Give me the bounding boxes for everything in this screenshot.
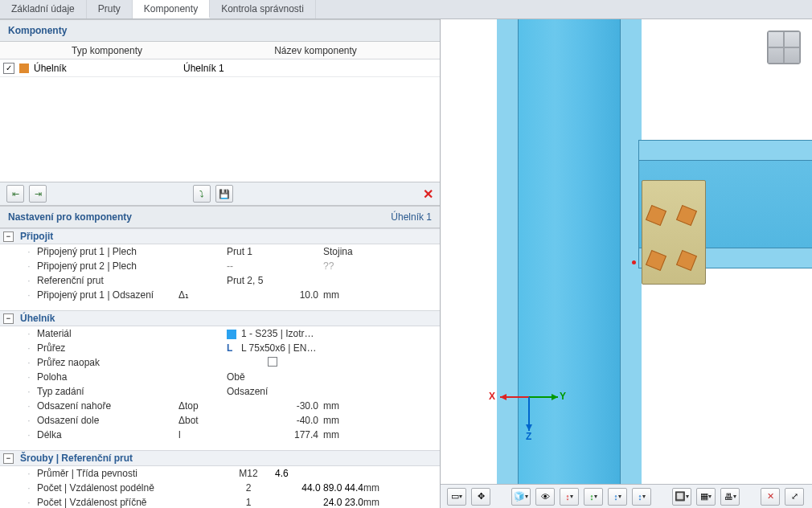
prop-row[interactable]: ·Typ zadáníOdsazení [0,384,440,399]
y-axis-button[interactable]: ↕ [584,488,603,506]
section-icon: L [227,342,236,354]
select-mode-button[interactable]: ▭ [447,488,466,506]
properties-panel: −Připojit ·Připojený prut 1 | PlechPrut … [0,228,440,508]
prop-row[interactable]: ·Odsazení nahořeΔtop-30.0mm [0,399,440,413]
group-angle[interactable]: −Úhelník [0,310,440,326]
viewport-toolbar: ▭ ✥ 🧊 👁 ↕ ↕ ↕ ↕ 🔲 ▦ 🖶 ✕ ⤢ [441,484,812,508]
origin-marker [632,260,636,264]
tabs: Základní údaje Pruty Komponenty Kontrola… [0,0,812,19]
neg-z-button[interactable]: ↕ [632,488,651,506]
settings-title: Nastavení pro komponenty Úhelník 1 [0,206,440,228]
components-toolbar: ⇤ ⇥ ⤵ 💾 ✕ [0,182,440,206]
components-list-blank [0,77,440,182]
prop-row[interactable]: ·Materiál1 - S235 | Izotropní | Lineárně… [0,326,440,341]
prop-row[interactable]: ·Připojený prut 1 | PlechPrut 1Stojina [0,244,440,259]
print-button[interactable]: 🖶 [720,488,740,506]
right-panel: X Y Z ▭ ✥ 🧊 👁 ↕ ↕ ↕ ↕ 🔲 ▦ 🖶 ✕ ⤢ [441,19,812,508]
material-swatch [227,330,236,339]
delete-button[interactable]: ✕ [423,186,433,202]
color-swatch [19,63,29,73]
tab-members[interactable]: Pruty [87,0,133,18]
view-button[interactable]: 🧊 [511,488,531,506]
display-button[interactable]: 🔲 [672,488,691,506]
x-axis-button[interactable]: ↕ [560,488,579,506]
group-attach[interactable]: −Připojit [0,228,440,244]
col-name: Název komponenty [191,45,440,56]
group-bolts[interactable]: −Šrouby | Referenční prut [0,450,440,466]
row-checkbox[interactable]: ✓ [3,63,14,74]
prop-row[interactable]: ·Průřez naopak [0,355,440,370]
prop-row[interactable]: ·Počet | Vzdálenost podélně244.0 89.0 44… [0,481,440,495]
tab-components[interactable]: Komponenty [133,0,210,18]
tab-check[interactable]: Kontrola správnosti [210,0,316,18]
move-left-button[interactable]: ⇤ [6,185,24,203]
prop-row[interactable]: ·Připojený prut 2 | Plech--?? [0,259,440,273]
prop-row[interactable]: ·PolohaObě [0,370,440,384]
expand-button[interactable]: ⤢ [785,488,804,506]
prop-row[interactable]: ·Odsazení doleΔbot-40.0mm [0,413,440,428]
row-type: Úhelník [34,63,183,74]
component-row[interactable]: ✓ Úhelník Úhelník 1 [0,59,440,77]
tab-basic[interactable]: Základní údaje [0,0,87,18]
prop-row[interactable]: ·Počet | Vzdálenost příčně124.0 23.0mm [0,495,440,508]
axes-gizmo: X Y Z [489,362,569,442]
reverse-checkbox[interactable] [268,357,277,367]
col-type: Typ komponenty [23,45,191,56]
z-axis-button[interactable]: ↕ [608,488,627,506]
eye-button[interactable]: 👁 [535,488,555,506]
reset-button[interactable]: ✕ [761,488,780,506]
move-right-button[interactable]: ⇥ [29,185,47,203]
pick-button[interactable]: ✥ [471,488,490,506]
components-table-header: Typ komponenty Název komponenty [0,42,440,59]
prop-row[interactable]: ·Průměr | Třída pevnostiM124.6 [0,466,440,481]
left-panel: Komponenty Typ komponenty Název komponen… [0,19,441,508]
svg-marker-3 [552,394,558,400]
import-button[interactable]: ⤵ [193,185,211,203]
components-title: Komponenty [0,19,440,42]
render-button[interactable]: ▦ [696,488,716,506]
prop-row[interactable]: ·Připojený prut 1 | OdsazeníΔ₁10.0mm [0,288,440,302]
prop-row[interactable]: ·PrůřezLL 75x50x6 | EN 10056 | Macsteel [0,341,440,355]
row-name: Úhelník 1 [183,63,224,74]
svg-marker-5 [526,424,532,431]
prop-row[interactable]: ·Referenční prutPrut 2, 5 [0,273,440,288]
3d-viewport[interactable]: X Y Z [441,19,812,484]
prop-row[interactable]: ·Délkal177.4mm [0,428,440,442]
model-angle [642,180,706,285]
nav-cube[interactable] [767,31,801,64]
svg-marker-1 [500,394,506,400]
save-button[interactable]: 💾 [215,185,233,203]
